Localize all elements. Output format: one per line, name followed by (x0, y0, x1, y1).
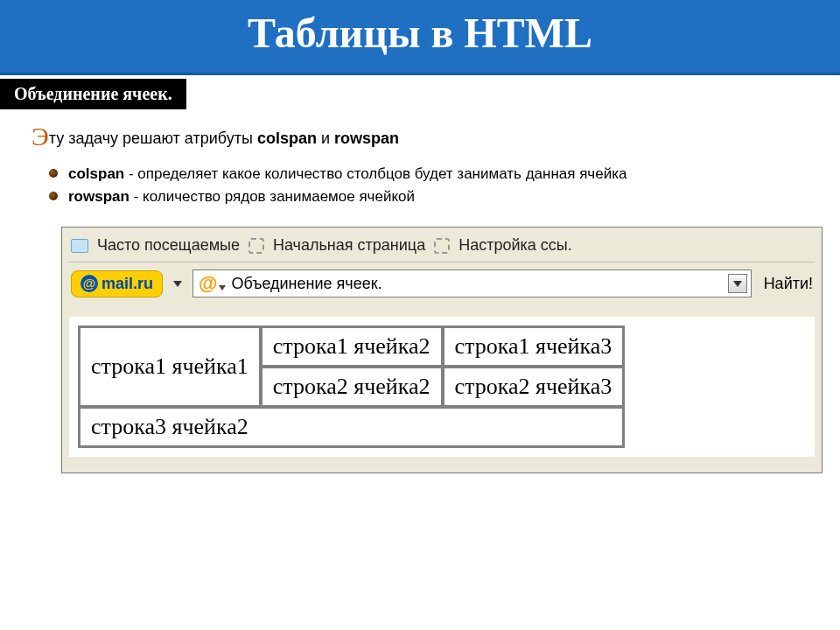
attr-name-rowspan: rowspan (68, 188, 130, 205)
chevron-down-icon[interactable] (219, 285, 226, 290)
chevron-down-icon[interactable] (173, 281, 182, 287)
mailru-label: mail.ru (102, 275, 153, 293)
table-cell: строка2 ячейка2 (262, 368, 442, 406)
dropcap: Э (32, 122, 49, 150)
slide-title: Таблицы в HTML (0, 0, 840, 75)
folder-icon (71, 239, 88, 253)
bookmark-home[interactable]: Начальная страница (273, 236, 425, 255)
attr-name-colspan: colspan (68, 165, 124, 182)
slide-subtitle: Объединение ячеек. (0, 79, 186, 109)
table-cell: строка1 ячейка1 (80, 327, 260, 406)
attr-desc: - количество рядов занимаемое ячейкой (130, 188, 415, 205)
page-icon (434, 238, 450, 254)
bookmark-frequent[interactable]: Часто посещаемые (97, 236, 240, 255)
demo-table: строка1 ячейка1 строка1 ячейка2 строка1 … (78, 326, 625, 448)
bookmark-link-settings[interactable]: Настройка ссы. (458, 236, 572, 255)
list-item: colspan - определяет какое количество ст… (49, 165, 822, 183)
chevron-down-icon (733, 281, 742, 287)
at-icon: @ (80, 275, 98, 292)
demo-table-area: строка1 ячейка1 строка1 ячейка2 строка1 … (69, 317, 815, 457)
table-cell: строка1 ячейка3 (444, 327, 624, 366)
attr-desc: - определяет какое количество столбцов б… (124, 165, 626, 182)
page-icon (248, 238, 264, 254)
search-input[interactable]: @ Объединение ячеек. (192, 270, 752, 298)
search-toolbar: @mail.ru @ Объединение ячеек. Найти! (69, 262, 815, 306)
intro-text: Эту задачу решают атрибуты colspan и row… (32, 122, 822, 151)
mailru-badge[interactable]: @mail.ru (71, 270, 163, 298)
table-cell: строка3 ячейка2 (80, 408, 623, 446)
intro-and: и (317, 130, 334, 147)
table-cell: строка2 ячейка3 (444, 368, 624, 406)
find-button[interactable]: Найти! (764, 275, 813, 293)
at-icon: @ (199, 272, 217, 295)
browser-screenshot: Часто посещаемые Начальная страница Наст… (61, 227, 822, 473)
dropdown-button[interactable] (728, 274, 747, 293)
intro-keyword-colspan: colspan (257, 130, 317, 147)
intro-rest: ту задачу решают атрибуты (49, 130, 257, 147)
search-text: Объединение ячеек. (231, 275, 727, 293)
intro-keyword-rowspan: rowspan (334, 130, 399, 147)
table-cell: строка1 ячейка2 (262, 327, 442, 366)
attribute-list: colspan - определяет какое количество ст… (49, 165, 822, 206)
list-item: rowspan - количество рядов занимаемое яч… (49, 188, 822, 206)
bookmarks-bar: Часто посещаемые Начальная страница Наст… (69, 233, 815, 262)
